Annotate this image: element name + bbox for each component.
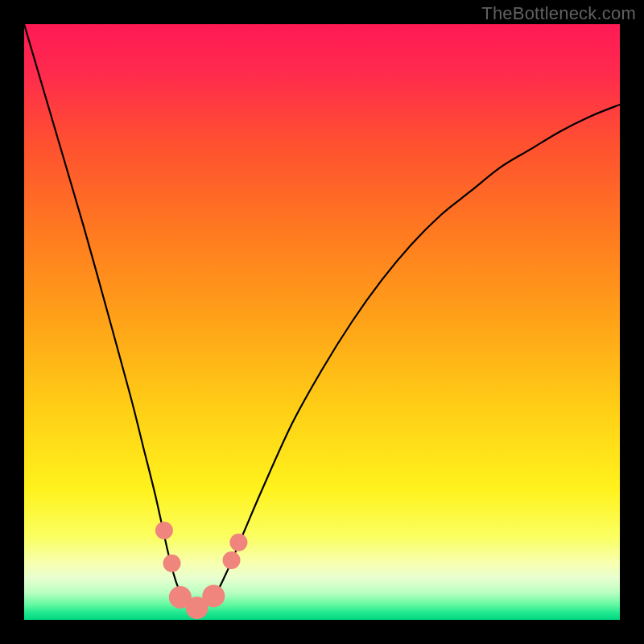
curve-marker bbox=[202, 584, 225, 607]
chart-frame: TheBottleneck.com bbox=[0, 0, 644, 644]
chart-svg bbox=[24, 24, 620, 620]
curve-marker bbox=[155, 522, 173, 539]
curve-marker bbox=[223, 551, 241, 569]
attribution-text: TheBottleneck.com bbox=[481, 3, 636, 24]
curve-marker bbox=[163, 555, 181, 572]
gradient-background bbox=[24, 24, 620, 620]
plot-area bbox=[24, 24, 620, 620]
curve-marker bbox=[229, 534, 247, 551]
